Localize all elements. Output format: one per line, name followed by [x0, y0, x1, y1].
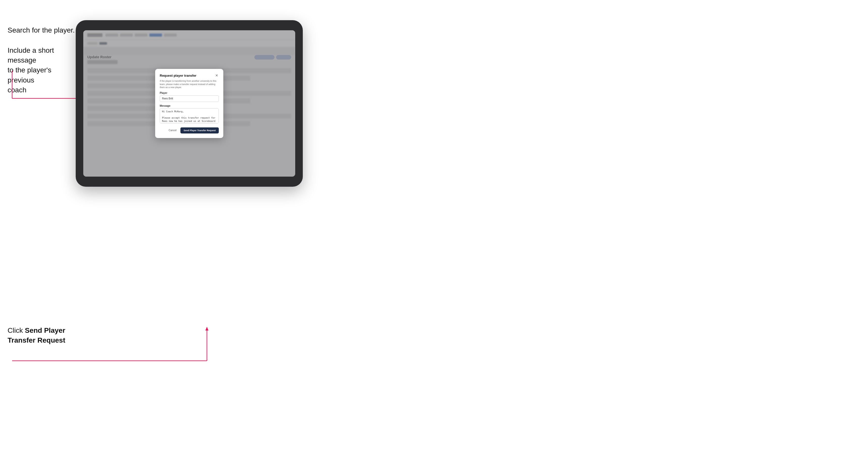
modal-description: If the player is transferring from anoth… [160, 80, 219, 89]
annotation-search: Search for the player. [7, 25, 75, 35]
tablet-screen: Update Roster Request player transfer ✕ … [83, 30, 295, 177]
modal-close-button[interactable]: ✕ [215, 73, 219, 77]
modal-title: Request player transfer [160, 74, 196, 77]
modal-overlay: Request player transfer ✕ If the player … [83, 30, 295, 177]
send-transfer-button[interactable]: Send Player Transfer Request [180, 127, 219, 133]
cancel-button[interactable]: Cancel [166, 128, 178, 133]
message-field-label: Message [160, 104, 219, 107]
player-input[interactable] [160, 95, 219, 102]
player-field-label: Player [160, 92, 219, 94]
tablet-device: Update Roster Request player transfer ✕ … [76, 20, 303, 187]
modal-header: Request player transfer ✕ [160, 73, 219, 77]
message-textarea[interactable]: Hi Coach McHarg, Please accept this tran… [160, 108, 219, 123]
annotation-message: Include a short message to the player's … [7, 45, 76, 95]
annotation-click: Click Send Player Transfer Request [7, 325, 76, 345]
request-transfer-modal: Request player transfer ✕ If the player … [155, 69, 223, 138]
svg-marker-5 [206, 327, 209, 331]
modal-actions: Cancel Send Player Transfer Request [160, 127, 219, 133]
